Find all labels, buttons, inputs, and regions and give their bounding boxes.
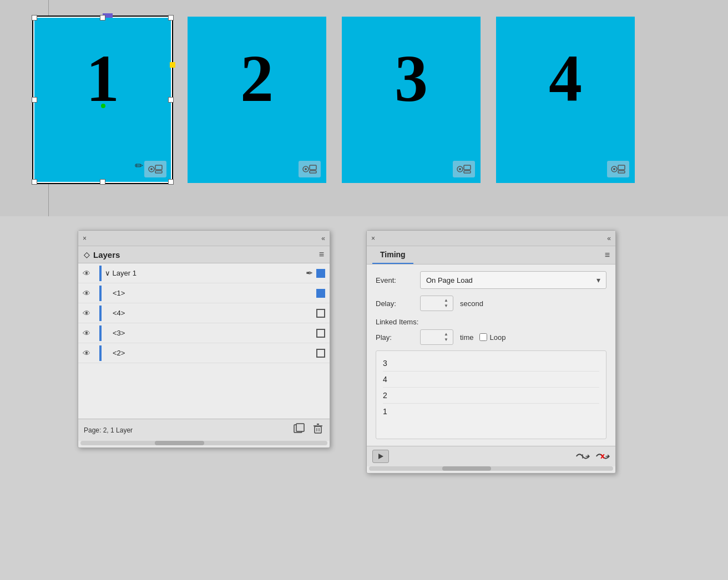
svg-point-1 bbox=[150, 168, 153, 170]
eye-icon-item4[interactable]: 👁 bbox=[83, 309, 96, 318]
layer-row-1[interactable]: 👁 <1> bbox=[78, 283, 330, 303]
chevron-down-icon: ▾ bbox=[596, 276, 600, 284]
eye-icon-item1[interactable]: 👁 bbox=[83, 289, 96, 298]
timing-menu-icon[interactable]: ≡ bbox=[605, 250, 610, 260]
layers-footer: Page: 2, 1 Layer bbox=[78, 419, 330, 441]
eye-icon-item3[interactable]: 👁 bbox=[83, 329, 96, 338]
layers-scrollbar-thumb[interactable] bbox=[155, 441, 204, 445]
timing-scrollbar[interactable] bbox=[369, 466, 613, 471]
layer-name-item1: <1> bbox=[105, 289, 316, 297]
tab-timing[interactable]: Timing bbox=[372, 246, 413, 264]
svg-rect-10 bbox=[464, 165, 471, 170]
layers-list: 👁 ∨ Layer 1 ✒ 👁 <1> 👁 <4> 👁 <3> bbox=[78, 263, 330, 363]
slide-number-2: 2 bbox=[240, 45, 274, 112]
layers-header: ◇ Layers ≡ bbox=[78, 246, 330, 263]
slide-1-multistate-icon bbox=[144, 161, 166, 177]
delete-layer-icon[interactable] bbox=[312, 423, 324, 437]
linked-item-4[interactable]: 4 bbox=[383, 372, 599, 388]
play-spinner-up[interactable]: ▲ bbox=[444, 332, 448, 337]
box-icon-item4 bbox=[316, 309, 325, 318]
blue-bar-item4 bbox=[99, 306, 102, 321]
layers-collapse-button[interactable]: « bbox=[321, 235, 325, 242]
linked-item-3[interactable]: 3 bbox=[383, 355, 599, 372]
play-input[interactable] bbox=[425, 333, 442, 342]
linked-items-list: 3 4 2 1 bbox=[376, 350, 606, 439]
play-spinner[interactable]: ▲ ▼ bbox=[420, 329, 453, 345]
svg-rect-7 bbox=[310, 171, 316, 173]
spinner-down[interactable]: ▼ bbox=[444, 303, 448, 309]
slide-card-2[interactable]: 2 bbox=[188, 17, 326, 183]
handle-bm[interactable] bbox=[100, 179, 105, 185]
blue-bar-item1 bbox=[99, 286, 102, 301]
layers-panel: × « ◇ Layers ≡ 👁 ∨ Layer 1 ✒ 👁 <1> 👁 <4> bbox=[78, 230, 330, 448]
slide-cards: 1 ✏ 2 bbox=[33, 17, 635, 183]
layers-menu-icon[interactable]: ≡ bbox=[319, 250, 324, 260]
linked-item-1[interactable]: 1 bbox=[383, 404, 599, 419]
handle-ml[interactable] bbox=[32, 97, 37, 103]
spinner-arrows: ▲ ▼ bbox=[444, 298, 448, 309]
slide-card-1[interactable]: 1 ✏ bbox=[33, 17, 172, 183]
layer-row-3[interactable]: 👁 <3> bbox=[78, 323, 330, 343]
layer-row-layer1[interactable]: 👁 ∨ Layer 1 ✒ bbox=[78, 263, 330, 283]
add-animation-button[interactable] bbox=[574, 451, 590, 462]
layer-row-4[interactable]: 👁 <4> bbox=[78, 303, 330, 323]
handle-tl[interactable] bbox=[32, 15, 37, 21]
layer-row-2[interactable]: 👁 <2> bbox=[78, 343, 330, 363]
timing-tab-bar: Timing ≡ bbox=[367, 246, 615, 264]
handle-tr[interactable] bbox=[168, 15, 174, 21]
slide-card-4[interactable]: 4 bbox=[496, 17, 635, 183]
play-spinner-down[interactable]: ▼ bbox=[444, 337, 448, 343]
layers-close-button[interactable]: × bbox=[83, 235, 87, 242]
delay-row: Delay: ▲ ▼ second bbox=[376, 296, 606, 311]
timing-close-button[interactable]: × bbox=[371, 235, 375, 242]
layers-scrollbar[interactable] bbox=[80, 441, 327, 445]
loop-checkbox[interactable] bbox=[479, 333, 487, 341]
delay-unit: second bbox=[460, 299, 483, 308]
diamond-icon: ◇ bbox=[84, 250, 90, 259]
play-unit: time bbox=[460, 333, 474, 342]
page-info: Page: 2, 1 Layer bbox=[84, 426, 293, 434]
delay-input[interactable] bbox=[425, 299, 442, 308]
svg-rect-15 bbox=[618, 171, 625, 173]
svg-marker-23 bbox=[378, 454, 383, 459]
handle-tm[interactable] bbox=[100, 15, 105, 21]
slide-card-3[interactable]: 3 bbox=[342, 17, 481, 183]
layers-empty-space bbox=[78, 363, 330, 419]
pen-icon-layer1[interactable]: ✒ bbox=[306, 268, 313, 278]
eye-icon-item2[interactable]: 👁 bbox=[83, 349, 96, 358]
event-dropdown-value: On Page Load bbox=[426, 276, 596, 284]
linked-items-label: Linked Items: bbox=[376, 318, 606, 326]
linked-item-2[interactable]: 2 bbox=[383, 388, 599, 404]
svg-point-9 bbox=[459, 168, 461, 170]
slide-3-multistate-icon bbox=[453, 161, 475, 177]
event-dropdown[interactable]: On Page Load ▾ bbox=[420, 271, 606, 289]
timing-collapse-button[interactable]: « bbox=[607, 235, 611, 242]
add-state-icon[interactable] bbox=[293, 423, 305, 437]
handle-br[interactable] bbox=[168, 179, 174, 185]
layers-titlebar: × « bbox=[78, 231, 330, 246]
slide-number-4: 4 bbox=[549, 45, 582, 112]
preview-play-button[interactable] bbox=[372, 450, 389, 463]
timing-titlebar: × « bbox=[367, 231, 615, 246]
timing-scrollbar-thumb[interactable] bbox=[442, 466, 491, 471]
blue-bar-item3 bbox=[99, 325, 102, 341]
svg-rect-18 bbox=[315, 426, 321, 433]
delay-spinner[interactable]: ▲ ▼ bbox=[420, 296, 453, 311]
layers-footer-icons bbox=[293, 423, 324, 437]
svg-rect-17 bbox=[296, 424, 304, 431]
slide-2-multistate-icon bbox=[299, 161, 321, 177]
spinner-up[interactable]: ▲ bbox=[444, 298, 448, 303]
layer-name-layer1: ∨ Layer 1 bbox=[105, 269, 306, 277]
handle-mr[interactable] bbox=[168, 97, 174, 103]
event-row: Event: On Page Load ▾ bbox=[376, 271, 606, 289]
handle-bl[interactable] bbox=[32, 179, 37, 185]
layers-title: Layers bbox=[93, 250, 120, 260]
box-icon-layer1 bbox=[316, 269, 325, 278]
eye-icon-layer1[interactable]: 👁 bbox=[83, 269, 96, 278]
layer-name-item3: <3> bbox=[105, 329, 316, 337]
svg-point-13 bbox=[613, 168, 615, 170]
delay-label: Delay: bbox=[376, 299, 420, 308]
box-icon-item2 bbox=[316, 349, 325, 358]
animation-buttons bbox=[574, 451, 610, 462]
remove-animation-button[interactable] bbox=[594, 451, 610, 462]
